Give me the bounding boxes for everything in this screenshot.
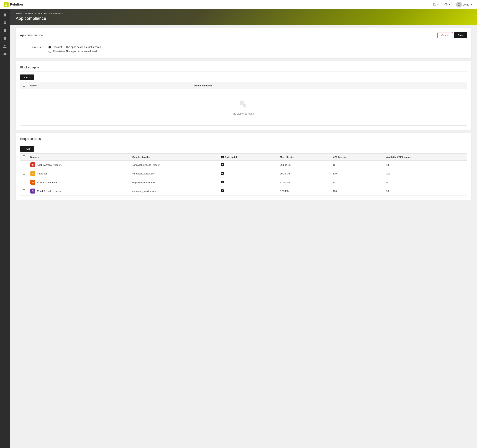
breadcrumb-home[interactable]: Home — [16, 12, 22, 15]
sidebar-item-mobile[interactable] — [1, 27, 9, 34]
blocked-apps-title: Blocked apps — [20, 65, 467, 72]
required-more-button[interactable]: ⋮ — [36, 147, 41, 151]
req-select-all-checkbox[interactable] — [23, 155, 25, 158]
breadcrumb: Home > Policies > Demo iPad Supervised > — [16, 12, 471, 15]
req-row-maxsize: 19.16 MB — [278, 169, 330, 178]
req-row-autoinstall-checkbox[interactable] — [221, 163, 224, 166]
app-icon-label: C — [32, 173, 33, 175]
req-row-availablevpp: 99 — [384, 187, 467, 195]
list-type-row: List type Blocklist — The apps below are… — [20, 44, 467, 54]
logo-text: Relution — [10, 3, 23, 6]
required-app-row: C Classroom com.apple.classroom 19.16 MB… — [20, 169, 467, 178]
req-row-maxsize: 9.99 MB — [278, 187, 330, 195]
req-vpplicenses-col: VPP licenses — [330, 153, 384, 160]
app-icon: PDF — [30, 162, 35, 167]
app-icon-label: FF — [32, 181, 34, 183]
req-row-checkbox-cell — [20, 178, 28, 187]
user-menu[interactable]: Demo — [455, 1, 473, 8]
req-row-checkbox-cell — [20, 169, 28, 178]
blocklist-radio[interactable] — [48, 46, 51, 48]
req-availablevpp-col: Available VPP licenses — [384, 153, 467, 160]
main-content: Home > Policies > Demo iPad Supervised >… — [10, 9, 477, 448]
save-button[interactable]: Save — [454, 32, 467, 38]
sidebar-item-grid[interactable] — [1, 19, 9, 26]
allowlist-radio[interactable] — [48, 50, 51, 53]
req-name-sort-icon: ▲ — [37, 156, 39, 158]
req-row-availablevpp: 14 — [384, 160, 467, 169]
sidebar-item-devices[interactable] — [1, 12, 9, 18]
notifications-button[interactable] — [431, 2, 440, 7]
allowlist-label: Allowlist — The apps below are allowed — [53, 50, 97, 53]
req-row-checkbox-cell — [20, 160, 28, 169]
required-apps-thead: Name ▲ Bundle identifier Auto install — [20, 153, 467, 160]
breadcrumb-sep-1: > — [23, 12, 24, 15]
required-apps-title: Required apps — [20, 137, 467, 143]
required-app-row: FF Firefox: sicher unte... org.mozilla.i… — [20, 178, 467, 187]
app-icon: C — [30, 171, 35, 176]
cancel-button[interactable]: Cancel — [437, 32, 453, 38]
req-row-autoinstall-checkbox[interactable] — [221, 181, 224, 183]
blocklist-label: Blocklist — The apps below are not allow… — [53, 46, 101, 48]
blocklist-option[interactable]: Blocklist — The apps below are not allow… — [48, 46, 101, 48]
svg-rect-5 — [4, 22, 5, 23]
app-name-text: Adobe Acrobat Reader... — [37, 164, 62, 166]
required-apps-toolbar: + Add ⋮ — [20, 146, 467, 152]
required-add-icon: + — [24, 147, 25, 150]
required-apps-table-container: Name ▲ Bundle identifier Auto install — [20, 153, 467, 195]
blocked-add-icon: + — [24, 76, 25, 79]
blocked-select-all-checkbox[interactable] — [23, 84, 25, 87]
breadcrumb-sep-3: > — [62, 12, 63, 15]
svg-rect-9 — [4, 29, 6, 32]
sidebar-item-policies[interactable] — [1, 35, 9, 42]
req-autoinstall-header-checkbox — [221, 156, 224, 159]
req-row-checkbox[interactable] — [23, 181, 25, 183]
req-autoinstall-col-label: Auto install — [225, 156, 238, 159]
blocked-more-button[interactable]: ⋮ — [36, 75, 41, 80]
required-add-label: Add — [26, 147, 30, 150]
sidebar-item-users[interactable] — [1, 43, 9, 50]
req-row-vpplicenses: 10 — [330, 178, 384, 187]
sidebar-item-settings[interactable] — [1, 51, 9, 58]
req-row-name: M Merck Periodensystem — [28, 187, 130, 195]
blocked-add-button[interactable]: + Add — [20, 75, 34, 80]
required-app-row: M Merck Periodensystem com.mwaysolutions… — [20, 187, 467, 195]
avatar — [456, 2, 462, 7]
blocked-add-label: Add — [26, 76, 30, 79]
app-name-text: Firefox: sicher unte... — [37, 181, 59, 184]
req-row-bundle: com.mwaysolutions.me... — [130, 187, 219, 195]
svg-rect-14 — [243, 104, 246, 107]
blocked-name-col: Name ▲ — [28, 82, 191, 89]
req-row-checkbox[interactable] — [23, 189, 25, 192]
req-row-checkbox[interactable] — [23, 163, 25, 166]
app-icon: FF — [30, 180, 35, 185]
req-row-vpplicenses: 15 — [330, 160, 384, 169]
page-header: Home > Policies > Demo iPad Supervised >… — [10, 9, 477, 25]
breadcrumb-policies[interactable]: Policies — [25, 12, 33, 15]
breadcrumb-device[interactable]: Demo iPad Supervised — [37, 12, 61, 15]
logo: Relution — [4, 2, 23, 7]
required-apps-card: Required apps + Add ⋮ — [16, 133, 471, 200]
empty-icon — [238, 100, 249, 110]
req-row-autoinstall-checkbox[interactable] — [221, 189, 224, 192]
required-add-button[interactable]: + Add — [20, 146, 34, 152]
required-app-row: PDF Adobe Acrobat Reader... com.adobe.Ad… — [20, 160, 467, 169]
blocked-bundle-col: Bundle identifier — [191, 82, 467, 89]
req-row-bundle: com.apple.classroom — [130, 169, 219, 178]
help-button[interactable] — [443, 2, 452, 7]
svg-rect-7 — [5, 23, 6, 24]
blocked-apps-table: Name ▲ Bundle identifier — [20, 82, 467, 125]
app-compliance-card: App compliance Cancel Save List type Blo… — [16, 28, 471, 59]
req-row-vpplicenses: 100 — [330, 187, 384, 195]
user-label: Demo — [463, 3, 469, 6]
req-name-col: Name ▲ — [28, 153, 130, 160]
req-row-checkbox[interactable] — [23, 172, 25, 175]
req-row-maxsize: 81.52 MB — [278, 178, 330, 187]
req-row-name: C Classroom — [28, 169, 130, 178]
allowlist-option[interactable]: Allowlist — The apps below are allowed — [48, 50, 101, 53]
list-type-options: Blocklist — The apps below are not allow… — [48, 46, 101, 53]
top-nav: Relution Demo — [0, 0, 477, 9]
blocked-apps-toolbar: + Add ⋮ — [20, 75, 467, 80]
req-row-autoinstall-checkbox[interactable] — [221, 172, 224, 175]
blocked-apps-card: Blocked apps + Add ⋮ — [16, 61, 471, 130]
app-name-text: Merck Periodensystem — [37, 190, 61, 192]
